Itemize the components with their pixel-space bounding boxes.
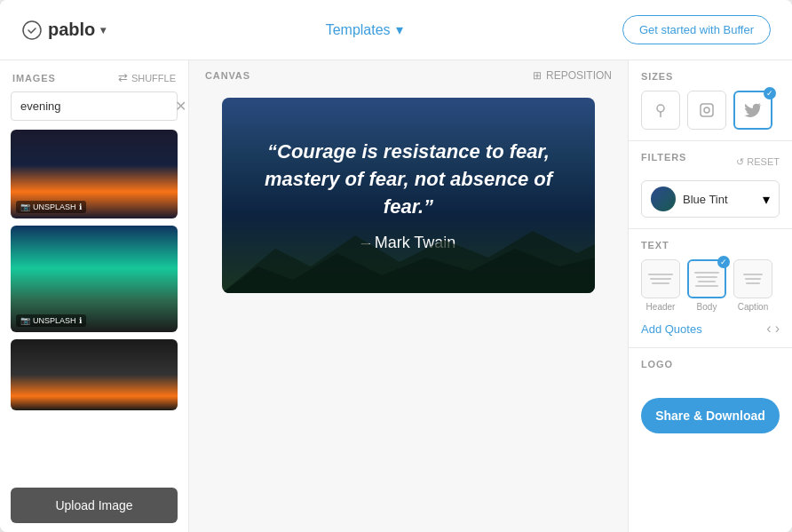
filters-title: FILTERS — [641, 152, 686, 163]
mountain-silhouette — [222, 222, 595, 293]
filter-dropdown[interactable]: Blue Tint ▾ — [641, 180, 780, 218]
upload-image-button[interactable]: Upload Image — [11, 488, 178, 523]
shuffle-icon: ⇄ — [118, 71, 128, 84]
images-title: IMAGES — [12, 73, 56, 83]
templates-menu[interactable]: Templates ▾ — [326, 21, 403, 38]
twitter-icon — [744, 103, 762, 117]
reset-icon: ↺ — [736, 156, 744, 168]
next-quote-button[interactable]: › — [775, 321, 780, 337]
text-caption-box — [733, 259, 772, 298]
prev-quote-button[interactable]: ‹ — [766, 321, 771, 337]
templates-chevron-icon: ▾ — [396, 21, 403, 38]
text-section: TEXT Header — [629, 229, 792, 348]
text-line-b1 — [694, 272, 719, 274]
sizes-title: SIZES — [641, 71, 780, 82]
text-header-label: Header — [646, 302, 676, 312]
canvas-header: CANVAS ⊞ REPOSITION — [189, 60, 628, 89]
add-quotes-button[interactable]: Add Quotes ‹ › — [641, 321, 780, 337]
reposition-button[interactable]: ⊞ REPOSITION — [533, 69, 612, 82]
image-thumb-2[interactable]: 📷 UNSPLASH ℹ — [11, 226, 178, 332]
reset-label: RESET — [747, 156, 780, 167]
text-body-box — [687, 259, 726, 298]
text-title: TEXT — [641, 240, 780, 250]
logo-section: LOGO — [629, 348, 792, 389]
text-line-1 — [648, 274, 673, 275]
svg-point-6 — [704, 107, 709, 113]
image-thumb-1[interactable]: 📷 UNSPLASH ℹ — [11, 130, 178, 218]
camera-icon-2: 📷 — [20, 316, 30, 325]
pablo-logo-icon — [21, 20, 43, 41]
text-body-label: Body — [697, 302, 717, 312]
sizes-grid — [641, 91, 780, 130]
logo[interactable]: pablo ▾ — [21, 20, 106, 41]
logo-title: LOGO — [641, 359, 780, 369]
shuffle-button[interactable]: ⇄ SHUFFLE — [118, 71, 176, 84]
canvas-area: CANVAS ⊞ REPOSITION “Courage is resistan… — [189, 60, 628, 532]
canvas-label: CANVAS — [205, 70, 250, 81]
info-icon-2: ℹ — [79, 316, 82, 325]
text-caption-label: Caption — [738, 302, 768, 312]
main-content: IMAGES ⇄ SHUFFLE ✕ 📷 UNSPLASH ℹ — [0, 60, 792, 532]
text-line-c2 — [745, 278, 761, 280]
filter-chevron-icon: ▾ — [763, 191, 770, 208]
text-body-option[interactable]: Body — [687, 259, 726, 312]
image-thumb-3[interactable] — [11, 339, 178, 410]
thumb-image-3 — [11, 339, 178, 410]
text-line-b4 — [695, 285, 718, 287]
share-download-button[interactable]: Share & Download — [641, 398, 780, 433]
add-quotes-arrows: ‹ › — [766, 321, 780, 337]
camera-icon: 📷 — [20, 202, 30, 211]
app-window: pablo ▾ Templates ▾ Get started with Buf… — [0, 0, 792, 532]
size-check-icon — [764, 87, 776, 99]
text-header-option[interactable]: Header — [641, 259, 680, 312]
header: pablo ▾ Templates ▾ Get started with Buf… — [0, 0, 792, 60]
left-panel: IMAGES ⇄ SHUFFLE ✕ 📷 UNSPLASH ℹ — [0, 60, 189, 532]
text-header-box — [641, 259, 680, 298]
text-caption-option[interactable]: Caption — [733, 259, 772, 312]
right-panel: SIZES — [628, 60, 792, 532]
buffer-button[interactable]: Get started with Buffer — [622, 15, 771, 44]
text-options: Header Body — [641, 259, 780, 312]
text-line-2 — [650, 278, 671, 280]
svg-rect-5 — [701, 104, 713, 116]
info-icon: ℹ — [79, 202, 82, 211]
text-line-3 — [652, 282, 669, 284]
filters-header: FILTERS ↺ RESET — [641, 152, 780, 171]
text-line-c3 — [746, 282, 760, 284]
reset-filter-button[interactable]: ↺ RESET — [736, 156, 780, 168]
pinterest-icon — [653, 102, 669, 118]
reposition-icon: ⊞ — [533, 69, 542, 82]
svg-point-3 — [657, 105, 664, 112]
size-instagram-button[interactable] — [687, 91, 726, 130]
unsplash-badge-1: 📷 UNSPLASH ℹ — [16, 201, 86, 213]
text-line-c1 — [743, 274, 763, 275]
templates-label: Templates — [326, 22, 391, 38]
filters-section: FILTERS ↺ RESET Blue Tint ▾ — [629, 141, 792, 229]
reposition-label: REPOSITION — [546, 69, 612, 82]
sizes-section: SIZES — [629, 60, 792, 141]
logo-text: pablo — [48, 20, 95, 40]
size-pinterest-button[interactable] — [641, 91, 680, 130]
size-twitter-button[interactable] — [733, 91, 772, 130]
clear-search-button[interactable]: ✕ — [175, 98, 186, 115]
text-line-b2 — [696, 276, 717, 278]
add-quotes-label: Add Quotes — [641, 322, 702, 336]
left-panel-header: IMAGES ⇄ SHUFFLE — [0, 60, 188, 91]
shuffle-label: SHUFFLE — [131, 73, 176, 83]
svg-point-0 — [23, 21, 41, 39]
filter-preview — [651, 187, 676, 211]
search-bar: ✕ — [11, 91, 178, 121]
unsplash-badge-2: 📷 UNSPLASH ℹ — [16, 314, 86, 327]
image-list: 📷 UNSPLASH ℹ 📷 UNSPLASH ℹ — [0, 130, 188, 479]
canvas-quote: “Courage is resistance to fear, mastery … — [249, 139, 568, 220]
instagram-icon — [699, 102, 715, 118]
filter-name: Blue Tint — [683, 193, 756, 206]
canvas-image[interactable]: “Courage is resistance to fear, mastery … — [222, 98, 595, 293]
search-input[interactable] — [20, 99, 170, 113]
logo-chevron-icon: ▾ — [100, 24, 106, 36]
text-line-b3 — [698, 281, 716, 282]
text-body-check — [717, 256, 730, 268]
canvas-wrapper: “Courage is resistance to fear, mastery … — [189, 89, 628, 532]
